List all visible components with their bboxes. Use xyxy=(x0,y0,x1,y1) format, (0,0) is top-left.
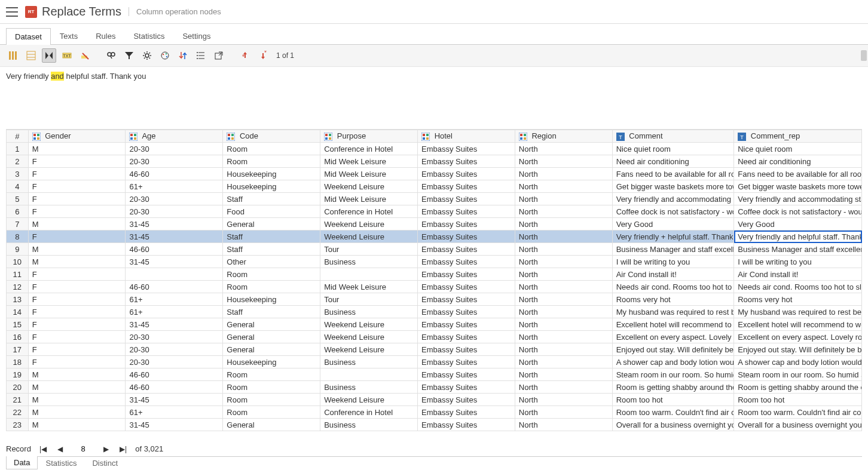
find-icon[interactable] xyxy=(104,48,118,63)
svg-point-12 xyxy=(108,53,111,56)
table-icon[interactable] xyxy=(24,48,38,63)
svg-rect-0 xyxy=(9,51,11,60)
tab-rules[interactable]: Rules xyxy=(87,27,124,44)
preview-text: Very friendly and helpful staff. Thank y… xyxy=(0,67,868,85)
svg-point-18 xyxy=(163,54,164,55)
clear-highlight-icon[interactable] xyxy=(78,48,92,63)
match-counter: 1 of 1 xyxy=(276,51,294,60)
prev-match-icon[interactable]: * xyxy=(238,48,252,63)
svg-point-16 xyxy=(145,54,149,57)
split-view-icon[interactable] xyxy=(42,48,56,63)
svg-point-13 xyxy=(111,53,115,56)
svg-marker-15 xyxy=(125,52,133,59)
tab-statistics[interactable]: Statistics xyxy=(124,27,173,44)
list-icon[interactable] xyxy=(194,48,208,63)
svg-marker-6 xyxy=(45,52,48,59)
menu-icon[interactable] xyxy=(6,7,18,17)
svg-text:*: * xyxy=(242,54,244,60)
columns-icon[interactable] xyxy=(6,48,20,63)
page-title: Replace Terms xyxy=(42,5,121,19)
svg-line-14 xyxy=(111,56,112,59)
svg-text:*: * xyxy=(264,51,267,56)
top-tabs: DatasetTextsRulesStatisticsSettings xyxy=(0,27,868,45)
palette-icon[interactable] xyxy=(158,48,172,63)
scrollbar-thumb[interactable] xyxy=(861,50,867,61)
gear-icon[interactable] xyxy=(140,48,154,63)
app-icon: RT xyxy=(25,6,37,18)
text-format-icon[interactable]: TXT xyxy=(60,48,74,63)
tab-dataset[interactable]: Dataset xyxy=(6,28,51,45)
sort-icon[interactable] xyxy=(176,48,190,63)
svg-rect-2 xyxy=(15,51,17,60)
next-match-icon[interactable]: * xyxy=(256,48,270,63)
svg-text:TXT: TXT xyxy=(63,54,71,58)
page-subtitle: Column operation nodes xyxy=(129,7,221,16)
filter-icon[interactable] xyxy=(122,48,136,63)
header: RT Replace Terms Column operation nodes xyxy=(0,0,868,24)
toolbar: TXT * * 1 of 1 xyxy=(0,45,868,67)
svg-point-20 xyxy=(166,56,167,57)
svg-rect-3 xyxy=(27,51,35,60)
preview-after: helpful staff. Thank you xyxy=(64,72,146,81)
preview-highlight: and xyxy=(51,72,64,81)
tab-settings[interactable]: Settings xyxy=(173,27,219,44)
svg-rect-1 xyxy=(12,51,14,60)
svg-marker-7 xyxy=(50,52,53,59)
popout-icon[interactable] xyxy=(212,48,226,63)
svg-point-26 xyxy=(197,58,198,59)
svg-point-24 xyxy=(197,52,198,53)
preview-before: Very friendly xyxy=(6,72,51,81)
tab-texts[interactable]: Texts xyxy=(51,27,87,44)
svg-point-19 xyxy=(166,53,167,54)
svg-point-17 xyxy=(161,52,169,59)
svg-point-25 xyxy=(197,55,198,56)
